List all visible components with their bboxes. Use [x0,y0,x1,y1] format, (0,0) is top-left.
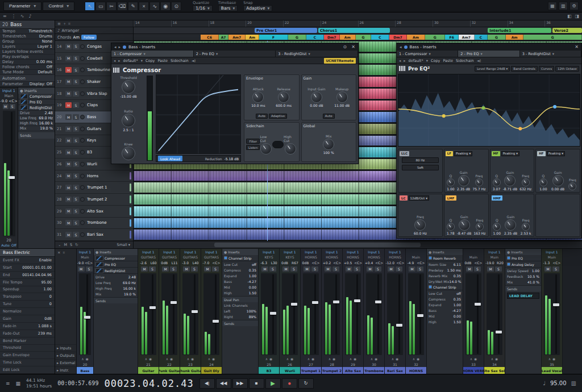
mute-button[interactable]: M [65,197,72,202]
band-type-select[interactable]: Peaking ▾ [501,151,519,156]
solo-button[interactable]: S [73,79,79,85]
channel-fader[interactable] [79,273,91,355]
channel-strip-bass[interactable]: Input 1 Main -9.0<C> MS ∧◉ 20 Bass [77,249,94,374]
mute-button[interactable]: M [367,266,373,272]
q-knob[interactable] [447,223,455,231]
sidechain-toggle[interactable]: Sidechain [456,59,474,63]
track-header-row[interactable]: 29 M S Alto Sax [55,206,133,218]
copy-button[interactable]: Copy [146,59,155,63]
track-header-row[interactable]: 28 M S Trumpet 2 [55,194,133,206]
channel-fader[interactable] [324,273,340,355]
dual-pan-header[interactable]: Dual Pan [222,296,258,302]
insert-slot[interactable]: Analog Delay [505,261,541,268]
tool-button[interactable]: ↖ [85,2,95,11]
automation-icon[interactable]: ∧ [470,357,472,361]
lc-freq-knob[interactable] [414,219,426,231]
tool-button[interactable]: ✎ [128,2,138,11]
chord-block[interactable]: C [306,35,325,40]
ucnet-remote-badge[interactable]: UCNETRemote [324,58,356,64]
record-arm-button[interactable] [80,220,85,225]
octave-select[interactable]: 12th Octave [555,66,579,72]
llc-soft-button[interactable]: Soft [402,165,439,170]
channel-pan[interactable]: L30 [271,261,277,265]
mute-button[interactable]: M [304,266,310,272]
fader-cap[interactable] [354,299,360,302]
solo-button[interactable]: S [332,266,339,272]
channel-name[interactable]: Alto Sax [343,367,363,374]
chord-block[interactable]: Am [506,35,524,40]
plugin-window-titlebar[interactable]: ◂ Bass - Inserts ✕ [397,43,581,51]
chord-block[interactable]: Am [407,35,425,40]
solo-button[interactable]: S [73,102,79,108]
next-preset-icon[interactable]: ▸ [118,59,120,63]
kebab-icon[interactable]: ⋮ [11,14,16,19]
mute-button[interactable]: M [544,266,551,272]
channel-input[interactable]: Input 1 [364,249,384,255]
channel-gain[interactable]: -3.0 [182,261,189,265]
channel-strip[interactable]: Main 0dB<C> MS ∧◉ 33 HORN VERB [463,249,484,374]
record-arm-button[interactable] [80,185,85,190]
mute-button[interactable]: M [466,266,473,272]
automation-icon[interactable]: ∧ [491,357,493,361]
back-icon[interactable]: ◂ [114,45,117,49]
close-icon[interactable]: ✕ [57,251,60,255]
channel-input[interactable]: Input 1 [322,249,342,255]
record-arm-button[interactable] [80,209,85,214]
channel-strip[interactable]: Main -4.9<C> MS ∧◉ 32 HORNS [406,249,427,374]
mute-button[interactable]: M [183,266,190,272]
band-type-select[interactable]: Peaking ▾ [454,151,472,156]
insert-param-row[interactable]: Bass -4.27 [222,278,258,284]
channel-name[interactable]: HORNS [406,367,426,374]
record-arm-button[interactable] [80,80,85,84]
fader-cap[interactable] [192,310,198,313]
solo-button[interactable]: S [73,149,79,155]
insert-param-row[interactable]: Low Cut off [222,261,258,267]
solo-button[interactable]: S [73,161,79,167]
plugin-enable-toggle[interactable] [429,285,432,289]
event-panel-row[interactable]: Fade-In 1.088 s [0,323,55,330]
chord-block[interactable]: C [475,35,488,40]
mute-button[interactable]: M [409,266,415,272]
inspector-row[interactable]: Tune Mode Default [0,70,55,75]
band-tag[interactable]: LF [446,151,453,156]
channel-strip[interactable]: Input 1 Main -1.3<C> MS ∧◉ 35 Lead Vocal [542,249,563,374]
chord-block[interactable]: Dm7 [324,35,340,40]
channel-output[interactable]: HORNS [343,255,363,260]
insert-param-row[interactable]: Compress 0.35 [222,267,258,273]
insert-param-row[interactable]: Low Freq 69.0 Hz [18,116,55,121]
channel-pan[interactable]: <C> [85,261,93,265]
mute-button[interactable]: M [388,266,394,272]
band-type-select[interactable]: Peaking ▾ [547,151,565,156]
channel-pan[interactable]: <C> [396,261,404,265]
solo-button[interactable]: S [73,197,79,202]
solo-button[interactable]: S [149,266,156,272]
power-icon[interactable]: ● [20,89,23,93]
llc-tag[interactable]: LLC [400,151,409,156]
channel-input[interactable]: Input 1 [301,249,321,255]
solo-button[interactable]: S [73,185,79,190]
channel-name[interactable]: Bass [77,367,93,374]
solo-button[interactable]: S [495,266,502,272]
solo-button[interactable]: S [73,44,79,49]
channel-strip[interactable]: Input 1 KEYS 0dBR67 MS ∧◉ 26 Wurli [280,249,301,374]
record-arm-button[interactable] [80,56,85,61]
solo-button[interactable]: S [375,266,381,272]
arranger-lane[interactable]: Pre Chor1 Chorus1 Interlude1 Verse2 [134,27,582,34]
gain-knob[interactable] [505,219,516,231]
q-knob[interactable] [493,223,501,231]
solo-button[interactable]: S [73,208,79,214]
mute-button[interactable]: M [65,44,72,49]
channel-gain[interactable]: -6.3 [260,261,267,265]
power-icon[interactable]: ● [429,250,431,254]
inspector-row[interactable]: Tempo Timestretch [0,29,55,34]
channel-output[interactable]: GUITARS [159,255,180,260]
monitor-icon[interactable]: ◉ [552,357,555,361]
mute-button[interactable]: M [65,161,72,167]
channel-strip[interactable]: Input 1 HORNS -12.0<C> MS ∧◉ 31 Bari Sax [385,249,406,374]
channel-input[interactable]: Input 1 [180,249,201,255]
channel-gain[interactable]: +0.2 [323,261,331,265]
plugin-enable-toggle[interactable] [507,262,510,266]
monitor-icon[interactable]: ◉ [354,357,356,361]
insert-param-row[interactable]: Left 100% [222,308,258,314]
fader-cap[interactable] [553,303,559,306]
